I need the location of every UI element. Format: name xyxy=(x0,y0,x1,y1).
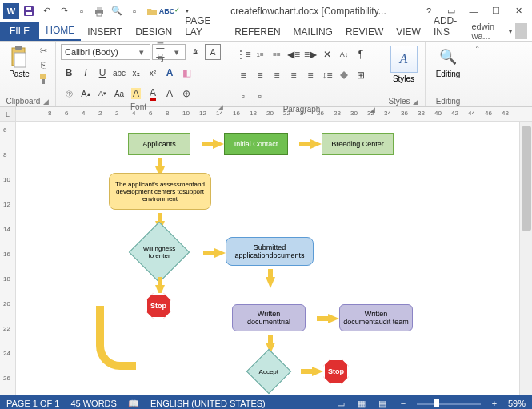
flowchart-trial[interactable]: Written documenttrial xyxy=(232,304,306,331)
new-doc-icon[interactable]: ▫ xyxy=(126,3,142,19)
web-layout-icon[interactable]: ▤ xyxy=(375,398,390,409)
document-canvas[interactable]: Applicants Initial Contact Breeding Cent… xyxy=(16,122,532,395)
maximize-icon[interactable]: ☐ xyxy=(486,3,506,19)
para-btn-17[interactable]: ▫ xyxy=(235,88,251,104)
flowchart-stop-2[interactable]: Stop xyxy=(323,359,349,384)
vertical-ruler[interactable]: 68101214161820222426 xyxy=(0,122,16,395)
phonetic-guide-icon[interactable]: ㊥ xyxy=(61,86,77,102)
para-btn-18[interactable]: ▫ xyxy=(252,88,268,104)
read-mode-icon[interactable]: ▭ xyxy=(334,398,348,409)
bold-button[interactable]: B xyxy=(61,65,77,81)
align-left-icon[interactable]: ≡ xyxy=(235,67,251,83)
status-words[interactable]: 45 WORDS xyxy=(70,399,116,408)
italic-button[interactable]: I xyxy=(78,65,94,81)
flowchart-accept[interactable]: Accept xyxy=(246,349,292,395)
grow-font-button[interactable]: A▴ xyxy=(78,86,94,102)
flowchart-applicants[interactable]: Applicants xyxy=(128,133,190,155)
character-border-icon[interactable]: A xyxy=(205,44,221,60)
status-proofing-icon[interactable]: 📖 xyxy=(128,399,139,409)
avatar[interactable] xyxy=(515,23,527,39)
enclose-characters-icon[interactable]: ⊕ xyxy=(178,86,194,102)
sort-icon[interactable]: A↓ xyxy=(336,46,352,62)
character-shading-icon[interactable]: A xyxy=(162,86,178,102)
close-icon[interactable]: ✕ xyxy=(508,3,529,19)
arrow-icon xyxy=(213,139,224,149)
eraser-icon[interactable]: ◧ xyxy=(178,65,194,81)
clipboard-launcher-icon[interactable]: ◢ xyxy=(42,98,50,106)
tab-insert[interactable]: INSERT xyxy=(81,23,129,41)
asian-layout-icon[interactable]: ✕ xyxy=(319,46,335,62)
editing-button[interactable]: 🔍 Editing xyxy=(433,44,464,80)
paste-button[interactable]: Paste xyxy=(5,44,34,80)
show-hide-icon[interactable]: ¶ xyxy=(353,46,369,62)
open-icon[interactable] xyxy=(144,3,160,19)
subscript-button[interactable]: x₂ xyxy=(128,65,144,81)
zoom-in-button[interactable]: + xyxy=(487,398,502,409)
undo-icon[interactable]: ↶ xyxy=(38,3,54,19)
format-painter-icon[interactable] xyxy=(36,73,50,86)
strikethrough-button[interactable]: abc xyxy=(111,65,127,81)
print-preview-icon[interactable]: 🔍 xyxy=(109,3,125,19)
borders-icon[interactable]: ⊞ xyxy=(353,67,369,83)
numbering-icon[interactable]: 1≡ xyxy=(252,46,268,62)
superscript-button[interactable]: x² xyxy=(145,65,161,81)
collapse-ribbon-icon[interactable]: ˄ xyxy=(470,42,485,106)
line-spacing-icon[interactable]: ↕≡ xyxy=(319,67,335,83)
zoom-slider[interactable] xyxy=(417,403,481,405)
clear-formatting-icon[interactable]: A̷ xyxy=(187,44,203,60)
justify-icon[interactable]: ≡ xyxy=(286,67,302,83)
font-color-icon[interactable]: A xyxy=(145,86,161,102)
print-layout-icon[interactable]: ▦ xyxy=(354,398,369,409)
zoom-level[interactable]: 59% xyxy=(508,399,526,408)
status-language[interactable]: ENGLISH (UNITED STATES) xyxy=(150,399,266,408)
qat-btn-4[interactable]: ▫ xyxy=(74,3,90,19)
cut-icon[interactable]: ✂ xyxy=(36,44,50,57)
text-effects-icon[interactable]: A xyxy=(162,65,178,81)
flowchart-stop-1[interactable]: Stop xyxy=(146,293,171,319)
tab-home[interactable]: HOME xyxy=(39,22,81,41)
distributed-icon[interactable]: ≡ xyxy=(302,67,318,83)
quick-print-icon[interactable] xyxy=(91,3,107,19)
flowchart-audit[interactable]: Written documentaudit team xyxy=(339,304,413,331)
horizontal-ruler[interactable]: 8642246810121416182022242628303234363840… xyxy=(16,107,532,121)
save-icon[interactable] xyxy=(21,3,37,19)
tab-addins[interactable]: ADD-INS xyxy=(427,12,471,41)
flowchart-breeding-center[interactable]: Breeding Center xyxy=(322,133,394,155)
tab-review[interactable]: REVIEW xyxy=(339,23,390,41)
styles-group-label: Styles xyxy=(387,96,411,106)
zoom-out-button[interactable]: − xyxy=(396,398,410,409)
tab-mailing[interactable]: MAILING xyxy=(287,23,339,41)
tab-view[interactable]: VIEW xyxy=(390,23,427,41)
vertical-scrollbar[interactable] xyxy=(519,122,532,395)
tab-references[interactable]: REFEREN xyxy=(228,23,286,41)
multilevel-list-icon[interactable]: ≡≡ xyxy=(269,46,285,62)
spellcheck-icon[interactable]: ABC✓ xyxy=(162,3,178,19)
copy-icon[interactable]: ⎘ xyxy=(36,58,50,71)
underline-button[interactable]: U xyxy=(94,65,110,81)
status-page[interactable]: PAGE 1 OF 1 xyxy=(6,399,59,408)
flowchart-initial-contact[interactable]: Initial Contact xyxy=(224,133,288,155)
styles-button[interactable]: A Styles xyxy=(387,44,421,85)
font-size-combo[interactable]: 二号▾ xyxy=(152,44,186,60)
align-right-icon[interactable]: ≡ xyxy=(269,67,285,83)
user-name[interactable]: edwin wa... xyxy=(471,22,505,41)
increase-indent-icon[interactable]: ≡▶ xyxy=(302,46,318,62)
flowchart-assessment[interactable]: The applicant's assessmentand developmen… xyxy=(109,173,211,210)
highlight-color-icon[interactable]: A xyxy=(128,86,144,102)
scroll-thumb[interactable] xyxy=(522,126,531,231)
change-case-button[interactable]: Aa xyxy=(111,86,127,102)
shrink-font-button[interactable]: A▾ xyxy=(94,86,110,102)
redo-icon[interactable]: ↷ xyxy=(56,3,72,19)
styles-launcher-icon[interactable]: ◢ xyxy=(411,98,420,106)
flowchart-willingness[interactable]: Willingness to enter xyxy=(129,222,190,283)
tab-file[interactable]: FILE xyxy=(0,22,39,41)
font-name-combo[interactable]: Calibri (Body)▾ xyxy=(61,44,150,60)
bullets-icon[interactable]: ⋮≡ xyxy=(235,46,251,62)
word-icon: W xyxy=(3,3,19,19)
shading-icon[interactable] xyxy=(336,67,352,83)
tab-pagelayout[interactable]: PAGE LAY xyxy=(178,12,228,41)
align-center-icon[interactable]: ≡ xyxy=(252,67,268,83)
flowchart-submitted[interactable]: Submitted applicationdocuments xyxy=(226,237,314,266)
tab-design[interactable]: DESIGN xyxy=(129,23,178,41)
decrease-indent-icon[interactable]: ◀≡ xyxy=(286,46,302,62)
